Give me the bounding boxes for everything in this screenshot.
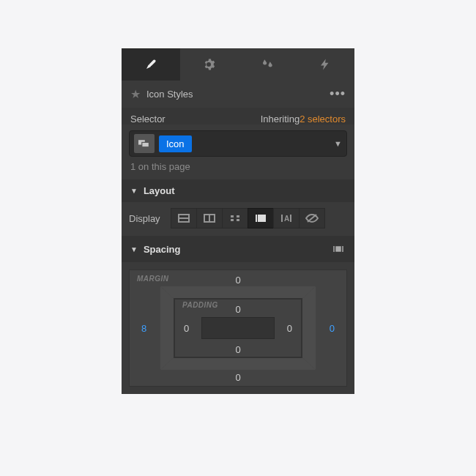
- margin-label: MARGIN: [137, 275, 169, 283]
- lightning-icon: [319, 58, 332, 71]
- inheriting-label: Inheriting: [261, 114, 300, 124]
- margin-top[interactable]: 0: [235, 275, 240, 286]
- inline-block-icon: [255, 213, 267, 223]
- spacing-editor: MARGIN 0 0 8 0 PADDING 0 0 0 0: [122, 262, 354, 394]
- block-icon: [178, 213, 190, 223]
- section-label: Spacing: [144, 244, 181, 255]
- padding-label: PADDING: [182, 301, 218, 309]
- display-inline-block[interactable]: [248, 208, 274, 228]
- section-label: Layout: [144, 185, 175, 196]
- selector-count: 1 on this page: [122, 161, 354, 179]
- star-icon: ★: [130, 87, 141, 101]
- padding-left[interactable]: 0: [184, 323, 189, 334]
- display-flex[interactable]: [196, 208, 223, 228]
- chevron-down-icon[interactable]: ▼: [334, 139, 342, 148]
- selector-icon: [138, 138, 150, 149]
- svg-rect-6: [231, 215, 234, 217]
- svg-rect-10: [259, 215, 264, 221]
- display-row: Display A: [122, 202, 354, 236]
- more-menu[interactable]: •••: [330, 86, 346, 102]
- selector-label: Selector: [130, 114, 166, 124]
- tab-effects[interactable]: [238, 48, 297, 81]
- brush-icon: [144, 58, 157, 71]
- tab-interactions[interactable]: [297, 48, 355, 81]
- margin-bottom[interactable]: 0: [235, 372, 240, 383]
- svg-rect-9: [237, 219, 239, 221]
- display-inline[interactable]: A: [273, 208, 300, 228]
- padding-top[interactable]: 0: [235, 304, 240, 315]
- display-block[interactable]: [171, 208, 197, 228]
- style-panel: ★ Icon Styles ••• Selector Inheriting 2 …: [122, 48, 354, 394]
- panel-tabs: [122, 48, 354, 81]
- grid-icon: [229, 213, 241, 223]
- class-title-row: ★ Icon Styles •••: [122, 81, 354, 108]
- svg-rect-17: [336, 247, 341, 251]
- selector-input[interactable]: Icon ▼: [129, 130, 347, 157]
- svg-rect-1: [142, 142, 149, 146]
- display-grid[interactable]: [222, 208, 248, 228]
- section-layout[interactable]: ▼ Layout: [122, 179, 354, 202]
- state-picker[interactable]: [134, 134, 155, 153]
- padding-right[interactable]: 0: [287, 323, 292, 334]
- droplets-icon: [261, 58, 274, 71]
- margin-right[interactable]: 0: [330, 323, 335, 334]
- collapse-icon: ▼: [130, 187, 138, 195]
- inline-icon: A: [280, 213, 292, 223]
- class-title: Icon Styles: [146, 89, 193, 100]
- svg-rect-8: [231, 219, 234, 221]
- display-none[interactable]: [299, 208, 325, 228]
- svg-rect-7: [237, 215, 239, 217]
- flex-icon: [204, 213, 215, 223]
- tab-settings[interactable]: [180, 48, 239, 81]
- collapse-icon: ▼: [130, 245, 138, 253]
- selector-header: Selector Inheriting 2 selectors: [122, 108, 354, 124]
- margin-box: MARGIN 0 0 8 0 PADDING 0 0 0 0: [129, 269, 347, 387]
- content-box: [201, 317, 275, 339]
- gear-icon: [202, 58, 215, 71]
- display-label: Display: [129, 213, 160, 224]
- eye-off-icon: [305, 213, 319, 223]
- padding-bottom[interactable]: 0: [235, 344, 240, 355]
- inheriting-link[interactable]: 2 selectors: [300, 114, 346, 124]
- display-buttons: A: [171, 208, 325, 228]
- svg-text:A: A: [284, 215, 289, 223]
- margin-left[interactable]: 8: [141, 323, 146, 334]
- class-token[interactable]: Icon: [159, 135, 192, 152]
- expand-icon[interactable]: [331, 242, 346, 256]
- section-spacing[interactable]: ▼ Spacing: [122, 236, 354, 262]
- tab-style[interactable]: [122, 48, 180, 81]
- padding-box: PADDING 0 0 0 0: [174, 298, 302, 358]
